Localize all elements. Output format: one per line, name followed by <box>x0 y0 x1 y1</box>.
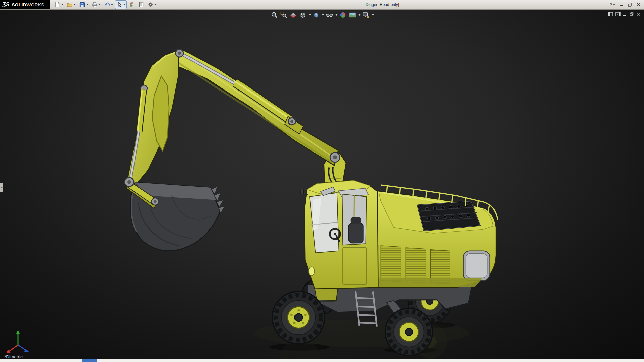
view-settings-icon <box>362 11 369 19</box>
hide-show-items-icon <box>326 11 333 19</box>
title-window-controls: ? <box>608 0 643 9</box>
zoom-to-area-button[interactable] <box>280 11 288 19</box>
open-folder-icon <box>67 2 73 8</box>
restore-icon <box>628 3 632 7</box>
status-bar <box>0 359 644 362</box>
feature-pane-toggle-icon <box>608 12 613 16</box>
minimize-button[interactable] <box>617 1 625 8</box>
new-document-button[interactable] <box>53 0 65 9</box>
document-minimize-button[interactable] <box>623 12 627 17</box>
file-properties-icon <box>138 2 144 8</box>
engine-housing[interactable] <box>372 185 498 288</box>
triad-z-axis <box>24 348 29 352</box>
heads-up-view-toolbar <box>270 11 374 19</box>
display-style-icon <box>312 11 320 19</box>
undo-button[interactable] <box>103 0 114 9</box>
edit-appearance-button[interactable] <box>339 11 347 19</box>
close-button[interactable] <box>635 1 643 8</box>
maximize-button[interactable] <box>626 1 634 8</box>
zoom-to-fit-icon <box>271 11 278 19</box>
help-dropdown[interactable] <box>613 4 615 5</box>
undo-icon <box>104 2 110 8</box>
select-dropdown[interactable] <box>123 4 125 5</box>
section-view-button[interactable] <box>289 11 298 19</box>
graphics-area[interactable]: ◂ *Dimetric <box>0 9 644 359</box>
document-close-button[interactable] <box>636 12 641 17</box>
wing-mirror <box>301 189 304 194</box>
select-button[interactable] <box>115 0 127 9</box>
document-restore-icon <box>630 12 634 16</box>
rebuild-button[interactable] <box>127 0 136 9</box>
display-style-dropdown[interactable] <box>322 14 324 16</box>
apply-scene-dropdown[interactable] <box>359 14 361 16</box>
document-minimize-icon <box>623 12 627 16</box>
reference-triad <box>4 327 34 354</box>
view-orientation-cube-icon <box>299 11 306 19</box>
document-window-controls <box>608 12 641 17</box>
wheel-front-left[interactable] <box>272 291 325 344</box>
rear-panel-inner <box>466 253 487 278</box>
zoom-to-area-icon <box>280 11 287 19</box>
solidworks-window: ƷS SOLIDWORKS <box>0 0 644 362</box>
options-gear-icon <box>148 2 154 8</box>
section-view-icon <box>289 11 297 19</box>
save-button[interactable] <box>78 0 90 9</box>
view-orientation-label: *Dimetric <box>4 354 23 359</box>
display-style-button[interactable] <box>312 11 320 19</box>
featuremanager-collapse-tab[interactable]: ◂ <box>0 183 3 192</box>
undo-dropdown[interactable] <box>111 4 113 5</box>
rebuild-icon <box>129 2 135 8</box>
quick-access-toolbar <box>50 0 158 9</box>
minimize-icon <box>619 3 623 7</box>
new-document-dropdown[interactable] <box>61 4 63 5</box>
document-restore-button[interactable] <box>630 12 634 17</box>
open-button[interactable] <box>65 0 77 9</box>
boom-arm[interactable] <box>171 49 338 166</box>
hide-show-items-button[interactable] <box>325 11 334 19</box>
select-cursor-icon <box>116 2 122 8</box>
feature-pane-toggle-button[interactable] <box>608 12 613 17</box>
solidworks-logo-text: SOLIDWORKS <box>12 2 44 7</box>
digger-3d-model[interactable] <box>0 9 644 359</box>
save-icon <box>79 2 85 8</box>
task-pane-toggle-icon <box>615 12 621 16</box>
headlamp <box>309 267 315 275</box>
boom-assembly[interactable] <box>128 49 340 185</box>
engine-grille <box>417 201 480 231</box>
window-title: Digger [Read-only] <box>121 0 644 9</box>
collapse-arrow-icon: ◂ <box>1 186 2 189</box>
view-settings-button[interactable] <box>362 11 370 19</box>
document-close-icon <box>636 12 641 16</box>
apply-scene-button[interactable] <box>348 11 357 19</box>
titlebar: ƷS SOLIDWORKS <box>0 0 644 10</box>
help-button[interactable]: ? <box>608 1 616 8</box>
open-dropdown[interactable] <box>74 4 76 5</box>
print-button[interactable] <box>90 0 102 9</box>
edit-appearance-icon <box>339 11 346 19</box>
view-orientation-dropdown[interactable] <box>309 14 311 16</box>
zoom-to-fit-button[interactable] <box>270 11 279 19</box>
operator-seat <box>349 223 363 243</box>
solidworks-logo: ƷS SOLIDWORKS <box>0 0 50 9</box>
view-orientation-button[interactable] <box>299 11 307 19</box>
task-pane-toggle-button[interactable] <box>615 12 621 17</box>
help-label: ? <box>610 2 612 7</box>
close-icon <box>637 3 641 7</box>
options-dropdown[interactable] <box>155 4 157 5</box>
wheel-front-right[interactable] <box>385 308 432 355</box>
apply-scene-icon <box>348 11 356 19</box>
solidworks-logo-mark: ƷS <box>3 2 9 7</box>
options-button[interactable] <box>146 0 158 9</box>
hide-show-items-dropdown[interactable] <box>336 14 338 16</box>
file-properties-button[interactable] <box>137 0 146 9</box>
side-vents <box>372 244 450 284</box>
triad-y-axis <box>16 330 20 334</box>
print-icon <box>92 2 98 8</box>
new-document-icon <box>54 2 60 8</box>
save-dropdown[interactable] <box>86 4 88 5</box>
print-dropdown[interactable] <box>99 4 101 5</box>
view-settings-dropdown[interactable] <box>372 14 374 16</box>
status-bar-accent <box>82 359 97 362</box>
